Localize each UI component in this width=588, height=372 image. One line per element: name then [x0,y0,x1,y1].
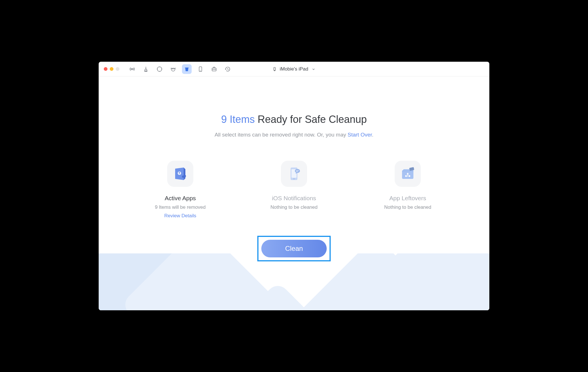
clean-button-highlight: Clean [257,236,331,261]
clean-button[interactable]: Clean [261,240,327,257]
review-details-link[interactable]: Review Details [164,213,196,219]
device-selector[interactable]: iMobie's iPad [272,66,316,72]
briefcase-icon[interactable] [209,64,219,74]
traffic-lights [104,67,119,71]
svg-rect-15 [296,171,298,172]
svg-point-16 [405,175,407,177]
device-name: iMobie's iPad [280,66,309,72]
window-minimize-button[interactable] [110,67,113,71]
card-title: Active Apps [165,195,196,202]
titlebar: iMobie's iPad [99,62,489,77]
svg-point-13 [295,169,300,173]
svg-point-9 [184,175,186,177]
airdrop-icon[interactable] [127,64,137,74]
card-sub: 9 Items will be removed [155,204,206,210]
card-sub: Nothing to be cleaned [270,204,317,210]
phone-icon[interactable] [196,64,205,74]
headline-rest: Ready for Safe Cleanup [255,113,367,125]
card-title: App Leftovers [389,195,426,202]
ios-notifications-icon [281,161,307,187]
card-sub: Nothing to be cleaned [384,204,431,210]
broom-icon[interactable] [141,64,151,74]
app-window: iMobie's iPad 9 Items Ready for Safe Cle… [99,62,489,310]
history-icon[interactable] [223,64,233,74]
chevron-down-icon [311,67,316,71]
card-active-apps: Active Apps 9 Items will be removed Revi… [146,161,214,219]
background-mountains [99,253,489,310]
svg-point-0 [132,68,133,70]
toolbar [127,64,233,74]
window-maximize-button[interactable] [116,67,119,71]
item-count: 9 Items [221,113,255,125]
trash-icon[interactable] [182,64,192,74]
start-over-link[interactable]: Start Over [348,132,372,138]
svg-point-3 [174,69,174,69]
active-apps-icon [167,161,193,187]
svg-rect-14 [296,170,299,171]
compass-icon[interactable] [155,64,164,74]
svg-point-12 [293,178,295,179]
subtitle-suffix: . [372,132,373,138]
svg-rect-18 [409,167,414,171]
mask-icon[interactable] [168,64,178,74]
main-content: 9 Items Ready for Safe Cleanup All selec… [99,77,489,310]
svg-point-17 [409,175,410,177]
page-subtitle: All select items can be removed right no… [215,132,374,138]
window-close-button[interactable] [104,67,107,71]
outer-frame: iMobie's iPad 9 Items Ready for Safe Cle… [95,58,493,314]
device-icon [272,67,277,71]
svg-point-1 [157,67,162,71]
category-cards: Active Apps 9 Items will be removed Revi… [146,161,442,219]
svg-point-2 [172,69,173,69]
card-ios-notifications: iOS Notifications Nothing to be cleaned [260,161,328,219]
subtitle-prefix: All select items can be removed right no… [215,132,348,138]
card-app-leftovers: App Leftovers Nothing to be cleaned [374,161,442,219]
page-title: 9 Items Ready for Safe Cleanup [221,113,367,125]
svg-rect-6 [274,67,275,71]
app-leftovers-icon [395,161,421,187]
card-title: iOS Notifications [272,195,316,202]
